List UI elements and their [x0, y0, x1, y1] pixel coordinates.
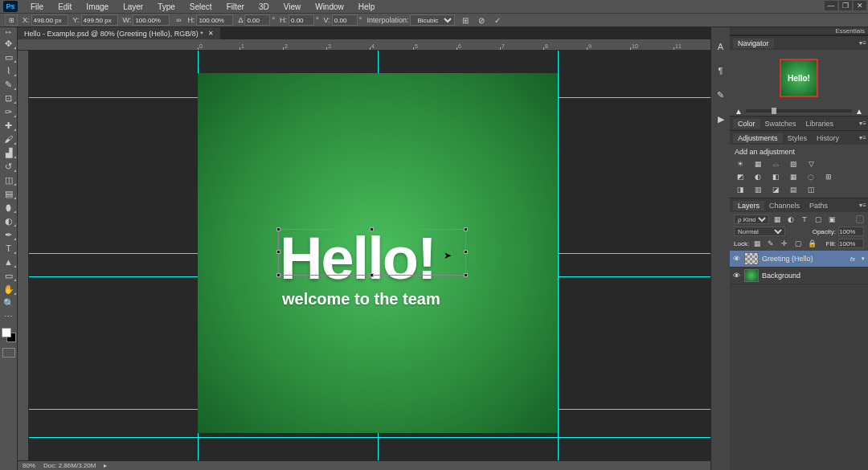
panel-menu-icon[interactable]: ▾≡: [859, 39, 866, 47]
navigator-zoom-slider[interactable]: ▲ ▲: [730, 106, 868, 116]
layer-thumbnail[interactable]: [744, 269, 759, 282]
lock-pixels-icon[interactable]: ✎: [765, 239, 776, 248]
document-tab-close-icon[interactable]: ✕: [208, 30, 214, 37]
photofilter-adj-icon[interactable]: ▦: [788, 172, 799, 182]
filter-toggle[interactable]: [856, 215, 864, 223]
menu-layer[interactable]: Layer: [117, 1, 149, 13]
panel-menu-icon[interactable]: ▾≡: [859, 120, 866, 127]
eyedropper-tool[interactable]: ✑: [2, 106, 16, 117]
zoom-in-icon[interactable]: ▲: [855, 107, 863, 116]
guide-vertical[interactable]: [558, 51, 559, 460]
menu-3d[interactable]: 3D: [252, 1, 276, 13]
menu-edit[interactable]: Edit: [51, 1, 78, 13]
edit-toolbar[interactable]: ⋯: [2, 311, 16, 322]
tab-styles[interactable]: Styles: [783, 133, 813, 143]
w-input[interactable]: [133, 14, 170, 26]
blur-tool[interactable]: ⬮: [2, 202, 16, 213]
color-swatches[interactable]: [2, 328, 16, 342]
opacity-input[interactable]: [838, 227, 864, 236]
menu-filter[interactable]: Filter: [220, 1, 251, 13]
menu-view[interactable]: View: [277, 1, 308, 13]
cancel-transform-button[interactable]: ⊘: [476, 14, 487, 26]
exposure-adj-icon[interactable]: ▨: [788, 159, 799, 169]
transform-ref-icon[interactable]: ⊞: [5, 14, 18, 26]
paragraph-panel-icon[interactable]: ¶: [714, 64, 727, 77]
path-select-tool[interactable]: ▲: [2, 256, 16, 268]
type-tool[interactable]: T: [2, 243, 16, 254]
eraser-tool[interactable]: ◫: [2, 174, 16, 186]
brush-panel-icon[interactable]: ✎: [714, 88, 727, 101]
close-button[interactable]: ✕: [854, 1, 866, 10]
invert-adj-icon[interactable]: ◨: [735, 185, 746, 194]
skew-v-input[interactable]: [332, 14, 358, 26]
zoom-out-icon[interactable]: ▲: [735, 107, 743, 116]
curves-adj-icon[interactable]: ⌓: [770, 159, 781, 169]
character-panel-icon[interactable]: A: [714, 40, 727, 53]
panel-menu-icon[interactable]: ▾≡: [859, 134, 866, 141]
tab-color[interactable]: Color: [733, 119, 760, 129]
angle-input[interactable]: [244, 14, 270, 26]
lock-artboard-icon[interactable]: ▢: [792, 239, 804, 248]
document-canvas[interactable]: Hello! welcome to the team ➤: [198, 73, 558, 433]
h-input[interactable]: [196, 14, 233, 26]
canvas-viewport[interactable]: Hello! welcome to the team ➤: [29, 51, 710, 460]
layer-row-background[interactable]: 👁 Background: [730, 268, 868, 284]
tab-libraries[interactable]: Libraries: [801, 119, 839, 129]
foreground-color[interactable]: [2, 328, 11, 337]
ruler-horizontal[interactable]: 0 1 2 3 4 5 6 7 8 9 10 11: [18, 39, 710, 51]
tab-layers[interactable]: Layers: [733, 201, 764, 210]
layer-name[interactable]: Background: [762, 272, 800, 280]
menu-image[interactable]: Image: [80, 1, 115, 13]
fx-expand-icon[interactable]: ▾: [862, 255, 865, 262]
layer-thumbnail[interactable]: [744, 252, 759, 265]
lock-all-icon[interactable]: 🔒: [806, 239, 817, 248]
quick-mask-toggle[interactable]: [2, 348, 15, 358]
history-brush-tool[interactable]: ↺: [2, 161, 16, 172]
link-wh-icon[interactable]: ∞: [174, 16, 182, 24]
posterize-adj-icon[interactable]: ▥: [752, 185, 764, 194]
x-input[interactable]: [31, 14, 68, 26]
tab-history[interactable]: History: [812, 133, 844, 143]
warp-icon[interactable]: ⊞: [460, 14, 471, 26]
skew-h-input[interactable]: [289, 14, 314, 26]
filter-shape-icon[interactable]: ▢: [813, 215, 824, 224]
document-tab[interactable]: Hello - Example.psd @ 80% (Greeting (Hel…: [18, 27, 220, 39]
filter-smart-icon[interactable]: ▣: [826, 215, 837, 224]
tab-paths[interactable]: Paths: [805, 201, 833, 210]
move-tool[interactable]: ✥: [2, 38, 16, 49]
panel-menu-icon[interactable]: ▾≡: [859, 202, 866, 209]
menu-file[interactable]: File: [24, 1, 50, 13]
tab-swatches[interactable]: Swatches: [760, 119, 801, 129]
transform-handle-e[interactable]: [464, 250, 468, 254]
ruler-vertical[interactable]: [18, 51, 29, 460]
brush-tool[interactable]: 🖌: [2, 133, 16, 145]
maximize-button[interactable]: ❐: [839, 1, 852, 10]
essentials-workspace-button[interactable]: Essentials: [730, 27, 868, 35]
layer-filter-kind[interactable]: ρ Kind: [734, 215, 769, 224]
tab-channels[interactable]: Channels: [764, 201, 805, 210]
selective-adj-icon[interactable]: ◫: [805, 185, 817, 194]
pen-tool[interactable]: ✒: [2, 229, 16, 240]
actions-panel-icon[interactable]: ▶: [714, 112, 727, 125]
quick-select-tool[interactable]: ✎: [2, 79, 16, 90]
tab-navigator[interactable]: Navigator: [733, 39, 774, 48]
gradientmap-adj-icon[interactable]: ▤: [788, 185, 799, 194]
crop-tool[interactable]: ⊡: [2, 92, 16, 104]
tab-adjustments[interactable]: Adjustments: [733, 133, 783, 143]
guide-horizontal[interactable]: [29, 437, 710, 438]
hue-adj-icon[interactable]: ◩: [735, 172, 746, 182]
bw-adj-icon[interactable]: ◧: [770, 172, 781, 182]
levels-adj-icon[interactable]: ▦: [752, 159, 764, 169]
threshold-adj-icon[interactable]: ◪: [770, 185, 781, 194]
visibility-toggle-icon[interactable]: 👁: [733, 272, 741, 280]
menu-window[interactable]: Window: [309, 1, 350, 13]
brightness-adj-icon[interactable]: ☀: [735, 159, 746, 169]
filter-type-icon[interactable]: T: [799, 215, 810, 224]
menu-type[interactable]: Type: [151, 1, 182, 13]
commit-transform-button[interactable]: ✓: [492, 14, 503, 26]
gradient-tool[interactable]: ▤: [2, 188, 16, 199]
fx-badge[interactable]: fx: [850, 255, 858, 263]
navigator-thumbnail[interactable]: Hello!: [780, 59, 818, 97]
status-arrow-icon[interactable]: ▸: [104, 462, 107, 469]
docsize-display[interactable]: Doc: 2.86M/3.20M: [43, 462, 96, 469]
